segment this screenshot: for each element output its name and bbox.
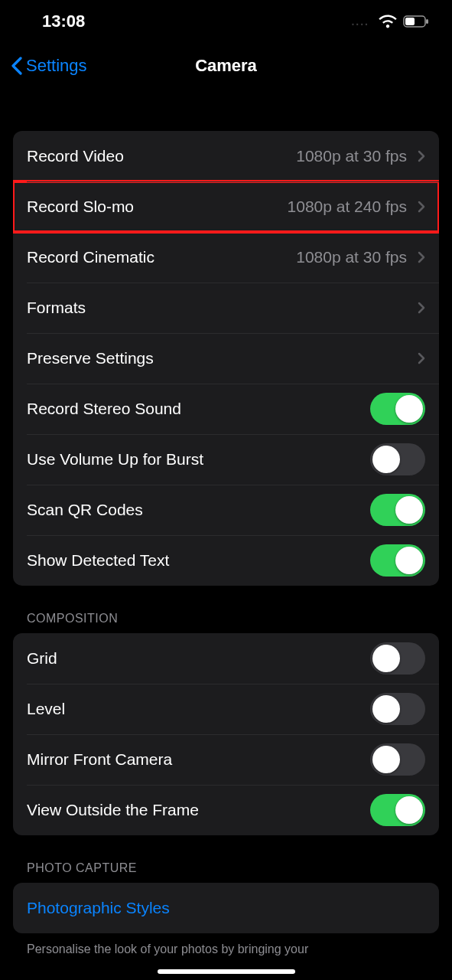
chevron-right-icon [418,302,425,314]
row-detail: 1080p at 240 fps [288,198,407,216]
settings-group-recording: Record Video 1080p at 30 fps Record Slo-… [13,131,439,586]
row-label: Formats [27,299,86,317]
chevron-right-icon [418,201,425,213]
row-scan-qr: Scan QR Codes [13,485,439,535]
chevron-left-icon [11,57,23,75]
status-time: 13:08 [42,11,85,31]
row-detail: 1080p at 30 fps [296,248,407,266]
home-indicator[interactable] [158,969,295,974]
row-stereo-sound: Record Stereo Sound [13,384,439,434]
toggle-volume-burst[interactable] [370,443,425,475]
svg-rect-2 [426,19,428,24]
battery-icon [403,15,429,28]
row-label: Level [27,700,65,718]
row-label: Mirror Front Camera [27,750,172,769]
row-label: Scan QR Codes [27,501,143,519]
toggle-view-outside[interactable] [370,794,425,826]
row-label: Record Cinematic [27,248,154,266]
row-formats[interactable]: Formats [13,283,439,333]
row-level: Level [13,684,439,734]
toggle-grid[interactable] [370,642,425,675]
row-record-slomo[interactable]: Record Slo-mo 1080p at 240 fps [13,181,439,232]
row-detail: 1080p at 30 fps [296,147,407,165]
row-photographic-styles[interactable]: Photographic Styles [13,883,439,933]
row-label: Record Slo-mo [27,198,134,216]
settings-group-composition: Grid Level Mirror Front Camera View Outs… [13,633,439,835]
row-view-outside: View Outside the Frame [13,785,439,835]
toggle-scan-qr[interactable] [370,494,425,526]
row-preserve-settings[interactable]: Preserve Settings [13,333,439,384]
section-header-composition: COMPOSITION [13,586,439,633]
row-label: Record Stereo Sound [27,400,181,418]
row-label: Use Volume Up for Burst [27,450,203,469]
toggle-level[interactable] [370,693,425,725]
row-label: Photographic Styles [27,899,170,917]
status-bar: 13:08 .... [0,0,452,43]
back-button[interactable]: Settings [11,56,87,76]
toggle-mirror-front[interactable] [370,743,425,776]
row-grid: Grid [13,633,439,684]
wifi-icon [379,15,397,28]
page-title: Camera [195,56,257,76]
settings-group-photo-capture: Photographic Styles [13,883,439,933]
row-mirror-front: Mirror Front Camera [13,734,439,785]
row-label: View Outside the Frame [27,801,199,819]
row-detected-text: Show Detected Text [13,535,439,586]
toggle-stereo-sound[interactable] [370,393,425,425]
svg-rect-1 [405,18,415,25]
chevron-right-icon [418,251,425,263]
row-label: Preserve Settings [27,349,154,368]
row-volume-burst: Use Volume Up for Burst [13,434,439,485]
row-label: Record Video [27,147,124,165]
row-label: Show Detected Text [27,551,169,570]
chevron-right-icon [418,352,425,364]
footer-text: Personalise the look of your photos by b… [13,933,439,956]
row-record-video[interactable]: Record Video 1080p at 30 fps [13,131,439,181]
cellular-dots-icon: .... [351,15,369,28]
toggle-detected-text[interactable] [370,544,425,577]
back-label: Settings [26,56,87,76]
status-right: .... [351,15,429,28]
row-record-cinematic[interactable]: Record Cinematic 1080p at 30 fps [13,232,439,283]
nav-header: Settings Camera [0,43,452,89]
chevron-right-icon [418,150,425,162]
row-label: Grid [27,649,57,668]
section-header-photo-capture: PHOTO CAPTURE [13,835,439,883]
